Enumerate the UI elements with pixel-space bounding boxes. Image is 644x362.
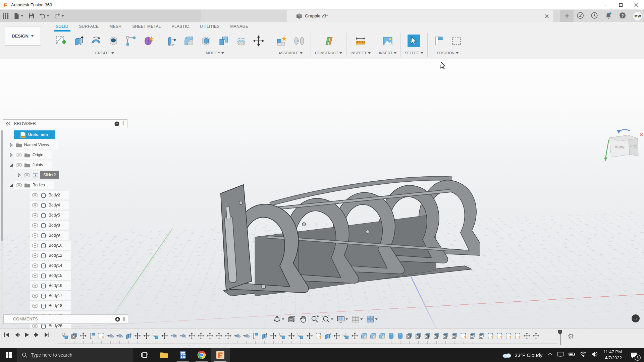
- timeline-feature-sketch[interactable]: [314, 331, 323, 341]
- search-input[interactable]: Type here to search: [17, 348, 133, 362]
- browser-row-origin[interactable]: Origin: [3, 150, 127, 159]
- browser-row-body2[interactable]: Body2: [3, 191, 127, 199]
- help-button[interactable]: ?: [619, 12, 626, 20]
- browser-row-units-mm[interactable]: Units: mm: [3, 130, 127, 139]
- joint-tool-button[interactable]: [292, 33, 307, 49]
- timeline-settings-gear-icon[interactable]: ⚙: [568, 333, 574, 340]
- ribbon-tab-utilities[interactable]: UTILITIES: [195, 23, 225, 31]
- comments-bar[interactable]: COMMENTS ‖: [3, 314, 128, 324]
- browser-row-slider2[interactable]: Slider2: [3, 171, 127, 179]
- browser-row-body9[interactable]: Body9: [3, 231, 127, 240]
- timeline-feature-move[interactable]: [214, 331, 223, 341]
- eye-icon[interactable]: [32, 262, 38, 269]
- ribbon-tab-surface[interactable]: SURFACE: [74, 23, 104, 31]
- timeline-feature-plane[interactable]: [69, 331, 78, 341]
- browser-row-body15[interactable]: Body15: [3, 271, 127, 280]
- grid-display-button[interactable]: [351, 314, 364, 324]
- ribbon-tab-plastic[interactable]: PLASTIC: [166, 23, 195, 31]
- timeline-feature-fillet-t[interactable]: [368, 331, 377, 341]
- timeline-feature-sketch[interactable]: [459, 331, 468, 341]
- browser-row-body10[interactable]: Body10: [3, 241, 127, 250]
- maximize-button[interactable]: [613, 0, 629, 10]
- ribbon-tab-sheet-metal[interactable]: SHEET METAL: [127, 23, 166, 31]
- timeline-feature-move[interactable]: [531, 331, 540, 341]
- 3d-viewport[interactable]: BACK LEFT ✕ BROWSER ‖ Units: mmNamed Vie…: [0, 59, 644, 328]
- browser-row-body4[interactable]: Body4: [3, 201, 127, 209]
- workspace-selector[interactable]: DESIGN: [5, 26, 41, 46]
- display-button[interactable]: [336, 314, 349, 324]
- form-button[interactable]: [141, 33, 156, 49]
- browser-row-body17[interactable]: Body17: [3, 291, 127, 300]
- timeline-feature-joint[interactable]: [169, 331, 178, 341]
- timeline-feature-cylinder-t[interactable]: [395, 331, 405, 341]
- eye-hidden-icon[interactable]: [16, 152, 22, 158]
- grid-menu-button[interactable]: [3, 13, 9, 19]
- position-tool-button[interactable]: [432, 33, 446, 49]
- panel-grip[interactable]: ‖: [122, 121, 124, 127]
- minimize-button[interactable]: [598, 0, 613, 10]
- insert-image-button[interactable]: [380, 33, 395, 49]
- timeline-feature-component[interactable]: [60, 331, 69, 341]
- tray-wifi-button[interactable]: [580, 351, 587, 359]
- timeline-feature-move[interactable]: [269, 331, 278, 341]
- timeline-feature-joint[interactable]: [232, 331, 241, 341]
- timeline-feature-component[interactable]: [151, 331, 160, 341]
- play-button[interactable]: [23, 331, 30, 340]
- timeline-feature-move[interactable]: [196, 331, 205, 341]
- lookat-button[interactable]: [287, 314, 297, 324]
- add-comment-icon[interactable]: [115, 317, 120, 322]
- move-tool-button[interactable]: [251, 33, 266, 49]
- panel-display-toggle-icon[interactable]: [114, 121, 119, 126]
- pattern-button[interactable]: [123, 33, 138, 49]
- ribbon-group-label[interactable]: SELECT: [405, 51, 423, 55]
- timeline-feature-move[interactable]: [350, 331, 359, 341]
- eye-icon[interactable]: [32, 232, 38, 239]
- zoom-button[interactable]: [310, 314, 319, 324]
- eye-icon[interactable]: [32, 222, 38, 229]
- snapshot-tool-button[interactable]: [449, 33, 464, 49]
- timeline-feature-plane[interactable]: [441, 331, 450, 341]
- extension-button[interactable]: [577, 12, 584, 20]
- timeline-feature-extrude-t[interactable]: [124, 331, 133, 341]
- taskbar-app-task-view[interactable]: [136, 348, 155, 362]
- eye-icon[interactable]: [32, 273, 38, 279]
- ribbon-group-label[interactable]: POSITION: [437, 51, 459, 55]
- timeline-feature-move[interactable]: [142, 331, 151, 341]
- new-component-button[interactable]: [274, 33, 289, 49]
- timeline-feature-component[interactable]: [296, 331, 305, 341]
- tab-close-button[interactable]: [543, 12, 551, 20]
- feedback-button[interactable]: a: [631, 314, 640, 323]
- tri-right-expander-icon[interactable]: [9, 142, 14, 147]
- tray-chevron-up-button[interactable]: [548, 352, 552, 358]
- tri-right-expander-icon[interactable]: [9, 153, 14, 158]
- browser-row-body8[interactable]: Body8: [3, 221, 127, 230]
- browser-row-joints[interactable]: Joints: [3, 161, 127, 169]
- combine-tool-button[interactable]: [216, 33, 231, 49]
- timeline-feature-sketch[interactable]: [513, 331, 522, 341]
- browser-row-named-views[interactable]: Named Views: [3, 140, 127, 149]
- timeline-feature-sketch[interactable]: [486, 331, 495, 341]
- tray-cast-button[interactable]: [557, 351, 564, 359]
- taskbar-app-chrome[interactable]: [192, 348, 211, 362]
- browser-row-body12[interactable]: Body12: [3, 251, 127, 260]
- timeline-feature-move[interactable]: [522, 331, 531, 341]
- fillet-tool-button[interactable]: [181, 33, 196, 49]
- timeline-feature-sketch[interactable]: [495, 331, 504, 341]
- split-tool-button[interactable]: [234, 33, 249, 49]
- ribbon-group-label[interactable]: CREATE: [95, 51, 114, 55]
- undo-button[interactable]: [39, 13, 49, 19]
- timeline-position-marker[interactable]: [558, 330, 562, 345]
- eye-icon[interactable]: [16, 162, 22, 168]
- eye-icon[interactable]: [32, 192, 38, 198]
- timeline-feature-plane[interactable]: [423, 331, 432, 341]
- file-doc-button[interactable]: [13, 13, 23, 19]
- eye-icon[interactable]: [24, 172, 30, 178]
- timeline-feature-plane[interactable]: [468, 331, 477, 341]
- timeline-feature-plane[interactable]: [450, 331, 459, 341]
- press-pull-button[interactable]: [164, 33, 179, 49]
- timeline-feature-component[interactable]: [278, 331, 287, 341]
- timeline-feature-move[interactable]: [133, 331, 142, 341]
- step-back-button[interactable]: [13, 331, 20, 340]
- construct-plane-button[interactable]: [321, 33, 336, 49]
- ribbon-group-label[interactable]: MODIFY: [206, 51, 224, 55]
